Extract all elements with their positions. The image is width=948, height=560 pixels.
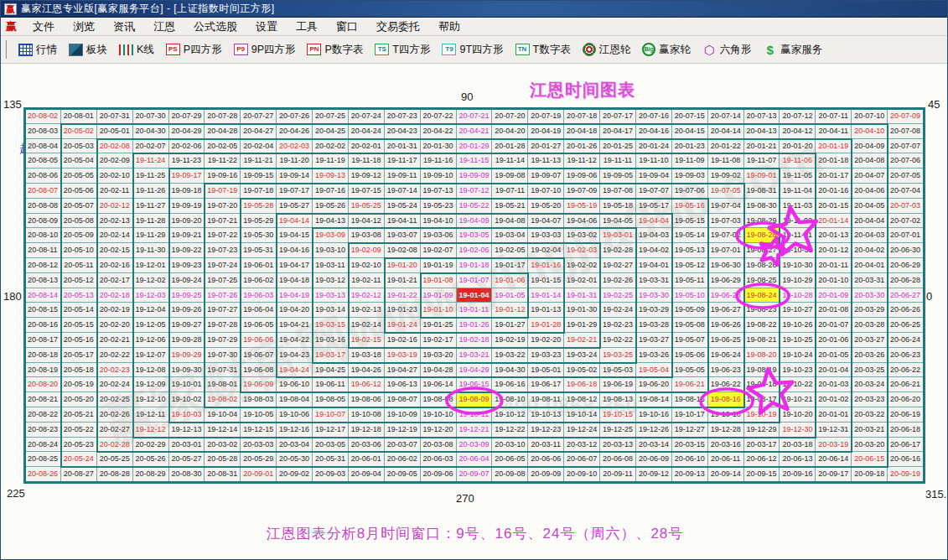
menu-item[interactable]: 设置 (246, 18, 287, 35)
menu-item[interactable]: 窗口 (327, 18, 367, 35)
date-cell: 20-03-23 (852, 392, 888, 407)
date-cell: 19-07-30 (205, 348, 241, 363)
date-cell: 19-02-21 (564, 333, 600, 348)
toolbar-button[interactable]: TST四方形 (369, 41, 436, 59)
date-cell: 19-04-11 (385, 214, 421, 229)
date-cell: 19-01-11 (457, 303, 493, 318)
date-cell: 19-05-13 (672, 243, 708, 258)
date-cell: 20-06-22 (888, 363, 924, 378)
toolbar-button[interactable]: TNT数字表 (510, 41, 577, 59)
date-cell: 20-09-01 (241, 467, 277, 482)
toolbar-button[interactable]: 板块 (63, 41, 113, 59)
date-cell: 20-03-16 (708, 438, 744, 453)
date-cell: 19-01-18 (457, 258, 493, 273)
date-cell: 20-09-06 (421, 467, 457, 482)
date-cell: 19-10-12 (492, 407, 528, 423)
date-cell: 19-09-19 (169, 199, 205, 214)
menu-item[interactable]: 帮助 (429, 18, 469, 35)
menu-item[interactable]: 资讯 (104, 18, 144, 35)
date-cell: 19-06-04 (241, 303, 277, 318)
toolbar-button[interactable]: $赢家服务 (757, 41, 828, 59)
date-cell: 19-12-14 (205, 423, 241, 438)
date-cell: 20-01-27 (528, 139, 564, 154)
date-cell: 20-01-29 (457, 139, 493, 154)
date-cell: 20-06-06 (528, 452, 564, 467)
date-cell: 20-04-30 (133, 124, 169, 139)
date-cell: 19-01-16 (528, 258, 564, 273)
date-cell: 19-07-31 (205, 363, 241, 378)
date-cell: 20-04-15 (672, 124, 708, 139)
date-cell: 19-03-16 (313, 333, 349, 348)
menu-item[interactable]: 工具 (287, 18, 327, 35)
date-cell: 20-08-02 (25, 109, 61, 124)
toolbar-button[interactable]: K线 (113, 41, 160, 59)
date-cell: 20-03-06 (349, 438, 385, 453)
date-cell: 19-09-11 (385, 169, 421, 184)
date-cell: 20-03-03 (241, 438, 277, 453)
date-cell: 19-03-04 (492, 228, 528, 243)
date-cell: 20-06-19 (888, 407, 924, 423)
date-cell: 19-09-03 (672, 169, 708, 184)
menu-item[interactable]: 文件 (23, 18, 64, 35)
date-cell: 19-03-11 (313, 258, 349, 273)
date-cell: 20-04-28 (205, 124, 241, 139)
date-cell: 19-02-24 (600, 303, 636, 318)
date-cell: 20-02-23 (97, 363, 133, 378)
toolbar-button[interactable]: 行情 (13, 41, 63, 59)
date-cell: 20-04-13 (744, 124, 780, 139)
date-cell: 19-05-24 (385, 199, 421, 214)
date-cell: 19-11-06 (780, 153, 816, 169)
date-cell: 20-01-12 (816, 243, 852, 258)
date-cell: 20-02-15 (97, 243, 133, 258)
date-cell: 19-11-25 (133, 169, 169, 184)
date-cell: 19-10-21 (780, 392, 816, 407)
date-cell: 20-03-01 (169, 438, 205, 453)
toolbar-button[interactable]: Big赢家轮 (636, 41, 697, 59)
date-cell: 20-03-27 (852, 333, 888, 348)
date-cell: 19-12-17 (313, 423, 349, 438)
date-cell: 20-08-30 (169, 467, 205, 482)
date-cell: 19-08-05 (313, 392, 349, 407)
toolbar-button-label: 板块 (86, 43, 107, 57)
date-cell: 19-04-24 (277, 363, 313, 378)
date-cell: 19-08-13 (600, 392, 636, 407)
toolbar-button[interactable]: ⬡六角形 (697, 41, 758, 59)
date-cell: 19-05-20 (528, 199, 564, 214)
date-cell: 19-06-03 (241, 288, 277, 303)
date-cell: 20-04-04 (852, 214, 888, 229)
window-title: 赢家江恩专业版[赢家服务平台] - [上证指数时间正方形] (21, 2, 275, 16)
menu-item[interactable]: 公式选股 (184, 18, 246, 35)
date-cell: 19-01-20 (385, 258, 421, 273)
date-cell: 19-12-03 (133, 288, 169, 303)
menu-item[interactable]: 交易委托 (367, 18, 429, 35)
toolbar-grip[interactable] (5, 40, 8, 59)
menu-item[interactable]: 江恩 (144, 18, 184, 35)
date-cell: 19-11-19 (313, 153, 349, 169)
date-cell: 19-02-08 (385, 243, 421, 258)
date-cell: 20-06-24 (888, 333, 924, 348)
date-cell: 19-04-23 (277, 348, 313, 363)
date-cell: 20-04-25 (313, 124, 349, 139)
hexagon-icon: ⬡ (702, 44, 717, 56)
toolbar-button[interactable]: T99T四方形 (436, 41, 509, 59)
date-cell: 20-02-27 (97, 423, 133, 438)
toolbar-button[interactable]: PNP数字表 (301, 41, 369, 59)
toolbar-button-label: 行情 (36, 43, 57, 57)
date-cell: 19-03-29 (636, 303, 672, 318)
date-cell: 20-06-04 (457, 452, 493, 467)
date-cell: 19-02-12 (349, 288, 385, 303)
date-cell: 20-08-23 (25, 423, 61, 438)
toolbar-button[interactable]: 江恩轮 (577, 41, 637, 59)
menu-item[interactable]: 浏览 (64, 18, 104, 35)
date-cell: 19-12-16 (277, 423, 313, 438)
toolbar-button[interactable]: PSP四方形 (160, 41, 228, 59)
toolbar-button[interactable]: P99P四方形 (228, 41, 302, 59)
date-cell: 20-01-14 (816, 214, 852, 229)
date-cell: 19-04-26 (349, 363, 385, 378)
date-cell: 19-08-23 (744, 303, 780, 318)
date-cell: 20-06-27 (888, 288, 924, 303)
date-cell: 20-09-14 (708, 467, 744, 482)
date-cell: 19-01-05 (492, 288, 528, 303)
date-cell: 19-05-25 (349, 199, 385, 214)
date-cell: 20-07-12 (780, 109, 816, 124)
